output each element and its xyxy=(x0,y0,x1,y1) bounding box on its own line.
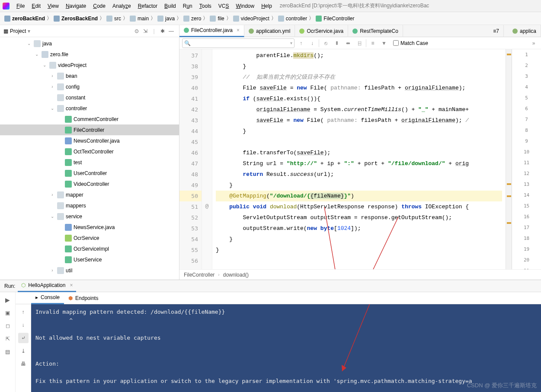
menu-analyze[interactable]: Analyze xyxy=(109,3,134,9)
tree-item[interactable]: ›mapper xyxy=(0,189,179,200)
tree-item[interactable]: ›util xyxy=(0,265,179,276)
tree-item[interactable]: ⌄controller xyxy=(0,103,179,114)
down-icon[interactable]: ↓ xyxy=(18,320,29,330)
tabs-overflow[interactable]: ≡7 xyxy=(489,25,504,37)
scroll-icon[interactable]: ⤓ xyxy=(18,346,29,356)
menu-build[interactable]: Build xyxy=(161,3,179,9)
line-gutter[interactable]: 3738394041424344454647484950515253545556 xyxy=(179,49,202,269)
tree-item[interactable]: NewsService.java xyxy=(0,222,179,233)
breadcrumb-item[interactable]: FileController xyxy=(323,16,354,22)
tree-item[interactable]: CommentController xyxy=(0,114,179,124)
filter-2-icon[interactable]: ⬍ xyxy=(332,38,342,48)
select-file-icon[interactable]: ⊙ xyxy=(132,27,141,35)
breadcrumb-item[interactable]: src xyxy=(114,16,121,22)
tree-arrow-icon[interactable]: ⌄ xyxy=(34,51,40,57)
tree-arrow-icon[interactable]: ⌄ xyxy=(49,105,55,112)
hide-icon[interactable]: — xyxy=(167,27,176,35)
tree-item[interactable]: UserController xyxy=(0,168,179,178)
menu-tools[interactable]: Tools xyxy=(196,3,215,9)
tree-item[interactable]: ›bean xyxy=(0,70,179,81)
tree-item[interactable]: test xyxy=(0,157,179,168)
error-stripe[interactable] xyxy=(506,49,512,269)
stop-button[interactable]: ▣ xyxy=(3,308,13,318)
run-config-tab[interactable]: ⬡ HelloApplication × xyxy=(18,280,76,292)
breadcrumb-item[interactable]: controller xyxy=(286,16,307,22)
close-icon[interactable]: × xyxy=(70,282,73,288)
project-tree[interactable]: ⌄java⌄zero.file⌄videoProject›bean›config… xyxy=(0,37,179,280)
menu-window[interactable]: Window xyxy=(232,3,258,9)
editor-breadcrumb[interactable]: FileController › download() xyxy=(179,269,541,280)
tree-item[interactable]: constant xyxy=(0,92,179,103)
tree-arrow-icon[interactable]: › xyxy=(49,73,55,79)
editor-tab[interactable]: OcrService.java xyxy=(295,25,348,37)
tree-item[interactable]: ⌄zero.file xyxy=(0,49,179,60)
tree-item[interactable]: NewsController.java xyxy=(0,135,179,146)
menu-refactor[interactable]: Refactor xyxy=(134,3,161,9)
match-case-checkbox[interactable]: Match Case xyxy=(393,40,428,46)
breadcrumb-item[interactable]: zeroBackEnd xyxy=(12,16,45,22)
breadcrumb-item[interactable]: java xyxy=(165,16,175,22)
gutter-icons[interactable]: @ xyxy=(202,49,212,269)
tree-item[interactable]: ⌄videoProject xyxy=(0,60,179,70)
tree-item[interactable]: FileController xyxy=(0,124,179,135)
tree-arrow-icon[interactable]: › xyxy=(49,192,55,198)
console-tab[interactable]: ▸ Console xyxy=(31,292,64,304)
breadcrumb-item[interactable]: main xyxy=(138,16,149,22)
menu-navigate[interactable]: Navigate xyxy=(62,3,90,9)
menu-file[interactable]: File xyxy=(13,3,28,9)
tree-item[interactable]: ⌄java xyxy=(0,38,179,49)
settings-icon[interactable]: ✱ xyxy=(158,27,167,35)
tree-item[interactable]: OctTextController xyxy=(0,146,179,157)
tree-arrow-icon[interactable]: ⌄ xyxy=(26,41,32,47)
search-dropdown-icon[interactable]: ▾ xyxy=(290,41,292,45)
tree-item[interactable]: VideoController xyxy=(0,178,179,189)
tree-arrow-icon[interactable]: ⌄ xyxy=(49,214,55,220)
breadcrumb-class[interactable]: FileController xyxy=(184,272,214,278)
project-title[interactable]: Project xyxy=(10,28,26,34)
editor-tab[interactable]: FileController.java× xyxy=(179,25,244,37)
code-editor[interactable]: 3738394041424344454647484950515253545556… xyxy=(179,49,541,269)
tree-item[interactable]: ›config xyxy=(0,81,179,92)
tree-arrow-icon[interactable]: › xyxy=(49,84,55,90)
breadcrumb-item[interactable]: file xyxy=(218,16,224,22)
funnel-icon[interactable]: ▼ xyxy=(379,38,389,48)
tab-right-split[interactable]: applica xyxy=(508,25,541,37)
layout-icon[interactable]: ▤ xyxy=(3,347,13,357)
tree-item[interactable]: mappers xyxy=(0,200,179,211)
menu-code[interactable]: Code xyxy=(90,3,109,9)
next-occurrence-icon[interactable]: ↓ xyxy=(307,38,317,48)
tree-arrow-icon[interactable]: › xyxy=(49,268,55,274)
tree-arrow-icon[interactable]: ⌄ xyxy=(42,62,48,68)
print-icon[interactable]: 🖶 xyxy=(18,359,29,369)
endpoints-tab[interactable]: ⬢ Endpoints xyxy=(64,292,102,304)
soft-wrap-icon[interactable]: ⤶ xyxy=(18,333,29,343)
code-content[interactable]: parentFile.mkdirs(); } // 如果当前文件的父级目录不存在… xyxy=(212,49,506,269)
tree-item[interactable]: OcrService xyxy=(0,233,179,243)
editor-tab[interactable]: RestTemplateCo xyxy=(348,25,403,37)
breadcrumb-item[interactable]: ZerosBackEnd xyxy=(61,16,98,22)
menu-help[interactable]: Help xyxy=(258,3,275,9)
camera-icon[interactable]: ◻ xyxy=(3,321,13,331)
editor-tab[interactable]: application.yml xyxy=(244,25,295,37)
prev-occurrence-icon[interactable]: ↑ xyxy=(296,38,306,48)
menu-vcs[interactable]: VCS xyxy=(215,3,233,9)
exit-icon[interactable]: ⇱ xyxy=(3,334,13,344)
breadcrumb-item[interactable]: zero xyxy=(191,16,201,22)
search-input[interactable]: 🔍 ▾ xyxy=(182,38,295,48)
breadcrumb-method[interactable]: download() xyxy=(223,272,249,278)
filter-3-icon[interactable]: ⬌ xyxy=(343,38,353,48)
filter-1-icon[interactable]: ⎋ xyxy=(321,38,330,48)
tree-item[interactable]: UserService xyxy=(0,254,179,265)
match-case-input[interactable] xyxy=(393,40,399,46)
menu-edit[interactable]: Edit xyxy=(28,3,44,9)
console-output[interactable]: Invalid mapping pattern detected: /downl… xyxy=(31,304,541,392)
run-button[interactable]: ▶ xyxy=(3,295,13,305)
breadcrumb-item[interactable]: videoProject xyxy=(241,16,269,22)
tree-item[interactable]: ⌄service xyxy=(0,211,179,222)
menu-view[interactable]: View xyxy=(44,3,62,9)
chevron-down-icon[interactable]: ▾ xyxy=(28,28,30,34)
close-icon[interactable]: × xyxy=(237,27,240,33)
more-icon[interactable]: » xyxy=(529,38,538,48)
settings-toolbar-icon[interactable]: ≡ xyxy=(368,38,378,48)
tree-item[interactable]: OcrServiceImpl xyxy=(0,243,179,254)
